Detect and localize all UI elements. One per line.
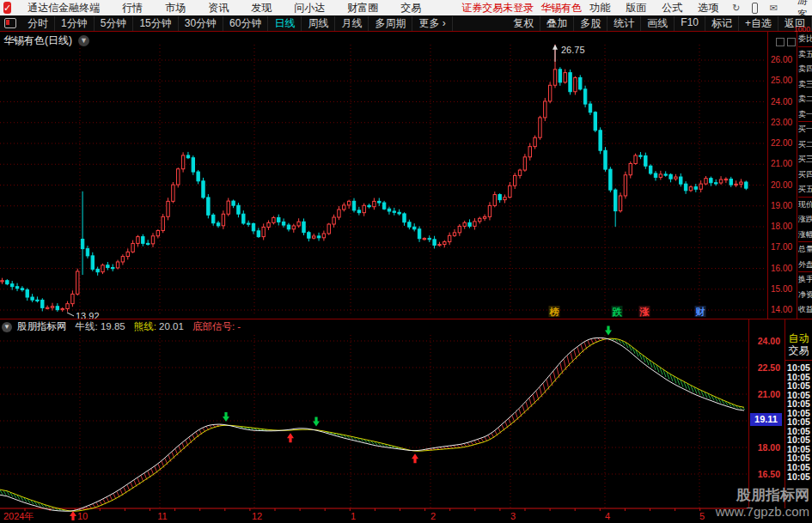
corner-value: 1000 [794,25,810,33]
indicator-chevron-icon[interactable]: ▼ [2,322,12,332]
menu-item-问小达[interactable]: 问小达 [283,1,336,15]
current-price-badge: 19.11 [750,413,782,426]
menu-item-版面[interactable]: 版面 [618,1,654,15]
period-月线[interactable]: 月线 [335,16,369,31]
menubar-stock-name: 华锡有色 [540,1,582,15]
event-mark-涨[interactable]: 涨 [639,307,650,317]
quote-label-买一: 买一 [798,122,812,137]
menu-item-公式[interactable]: 公式 [654,1,690,15]
scale-24.00: 24.00 [771,97,792,106]
signal-value: - [237,321,241,331]
chart-title[interactable]: 华锡有色(日线) ▼ [3,33,89,48]
toolbar-统计[interactable]: 统计 [607,16,641,31]
toolbar-叠加[interactable]: 叠加 [540,16,574,31]
quote-label-外盘: 外盘 [798,258,812,273]
chevron-down-icon[interactable]: ▼ [78,35,89,46]
auto-label: 自动 [785,332,812,344]
quote-label-涨幅: 涨幅 [798,228,812,243]
menu-item-选项[interactable]: 选项 [690,1,726,15]
menu-item-功能[interactable]: 功能 [582,1,618,15]
period-多周期[interactable]: 多周期 [369,16,412,31]
quote-label-换手: 换手 [798,272,812,288]
mobile-icon[interactable] [752,3,757,14]
watermark: 股朋指标网 www.7gpzb.com [716,487,809,519]
event-mark-财[interactable]: 财 [695,307,705,317]
menu-item-行情[interactable]: 行情 [111,1,154,15]
menu-item-发现[interactable]: 发现 [240,1,283,15]
event-mark-榜[interactable]: 榜 [549,307,559,317]
toolbar-复权[interactable]: 复权 [507,16,540,31]
trade-time: 10:05 [785,472,812,482]
period-30分钟[interactable]: 30分钟 [179,16,223,31]
period-日线[interactable]: 日线 [268,16,302,31]
watermark-url: www.7gpzb.com [716,504,809,519]
auto-trade-tab[interactable]: 自动 交易 [785,319,812,361]
axis-label-1: 1 [351,511,356,521]
period-周线[interactable]: 周线 [302,16,335,31]
menu-items: 行情市场资讯发现问小达财富圈交易 [111,1,432,15]
scale-22.00: 22.00 [771,138,792,148]
menu-item-市场[interactable]: 市场 [154,1,197,15]
service-icon[interactable]: ↻ [732,3,740,14]
event-mark-跌[interactable]: 跌 [613,307,623,317]
menu-item-财富圈[interactable]: 财富圈 [336,1,389,15]
quote-label-买二: 买二 [798,137,812,153]
trade-times-list: 10:0510:0510:0510:0510:0510:0510:0510:05… [785,361,812,481]
period-60分钟[interactable]: 60分钟 [223,16,268,31]
menu-item-资讯[interactable]: 资讯 [197,1,240,15]
window-layout-icon[interactable] [4,18,16,28]
period-15分钟[interactable]: 15分钟 [133,16,178,31]
ind-scale-16.50: 16.50 [758,469,780,479]
buy-signal-arrow [412,453,418,463]
app-title: 通达信金融终端 [16,1,111,15]
buy-signal-arrow [287,433,294,442]
app-logo-icon: ✓ [3,2,11,14]
toolbar-标记[interactable]: 标记 [705,16,739,31]
axis-label-10: 10 [77,511,88,521]
high-annotation: 26.75 [561,45,585,55]
mini-panel-icon[interactable] [787,38,796,46]
price-scale: 26.0025.0024.0023.0022.0021.0020.0019.00… [767,32,797,319]
bear-label: 熊线: [134,321,156,331]
indicator-scale: 19.11 24.0022.5021.0018.0016.50 [748,319,785,508]
period-分时[interactable]: 分时 [21,16,55,31]
quote-label-涨跌: 涨跌 [798,212,812,228]
mini-panel-icon[interactable] [776,38,785,46]
scale-23.00: 23.00 [771,118,792,127]
scale-26.00: 26.00 [771,55,792,64]
trade-time: 10:05 [785,463,812,472]
quote-panel-labels: 委比卖五卖四卖三卖二卖一买一买二买三买四买五现价涨跌涨幅总量外盘换手净资收益 [798,32,812,319]
quote-label-收益: 收益 [798,302,812,318]
axis-label-12: 12 [252,511,262,521]
main-chart-canvas[interactable]: 26.7513.92榜跌涨财 [0,32,767,319]
axis-label-2: 2 [430,511,436,521]
sell-signal-arrow [605,325,612,335]
menubar: ✓ 通达信金融终端 行情市场资讯发现问小达财富圈交易 证券交易未登录 华锡有色 … [0,0,812,15]
toolbar-+自选[interactable]: +自选 [739,16,778,31]
mail-icon[interactable]: ✉ [770,3,778,14]
toolbar-画线[interactable]: 画线 [641,16,675,31]
quote-label-买三: 买三 [798,152,812,167]
indicator-canvas[interactable]: 2024年10111212345 [0,319,748,523]
axis-label-4: 4 [605,511,610,521]
period-1分钟[interactable]: 1分钟 [55,16,95,31]
signal-label: 底部信号: [192,321,235,331]
period-5分钟[interactable]: 5分钟 [95,16,134,31]
menu-item-交易[interactable]: 交易 [389,1,432,15]
scale-16.00: 16.00 [771,264,792,273]
trade-label: 交易 [785,344,812,356]
toolbar-F10[interactable]: F10 [675,16,705,31]
quote-label-净资: 净资 [798,288,812,303]
indicator-name[interactable]: 股朋指标网 [17,320,67,333]
ind-scale-21.00: 21.00 [758,389,780,399]
low-annotation: 13.92 [76,311,100,319]
period-更多 ›[interactable]: 更多 › [412,16,452,31]
toolbar-多股[interactable]: 多股 [574,16,607,31]
scale-25.00: 25.00 [771,76,792,85]
axis-label-11: 11 [157,511,167,521]
period-buttons: 分时1分钟5分钟15分钟30分钟60分钟日线周线月线多周期更多 › [21,16,453,31]
quote-label-买五: 买五 [798,182,812,198]
quote-label-买四: 买四 [798,167,812,183]
trade-status[interactable]: 证券交易未登录 [461,1,534,15]
sell-signal-arrow [313,417,320,427]
